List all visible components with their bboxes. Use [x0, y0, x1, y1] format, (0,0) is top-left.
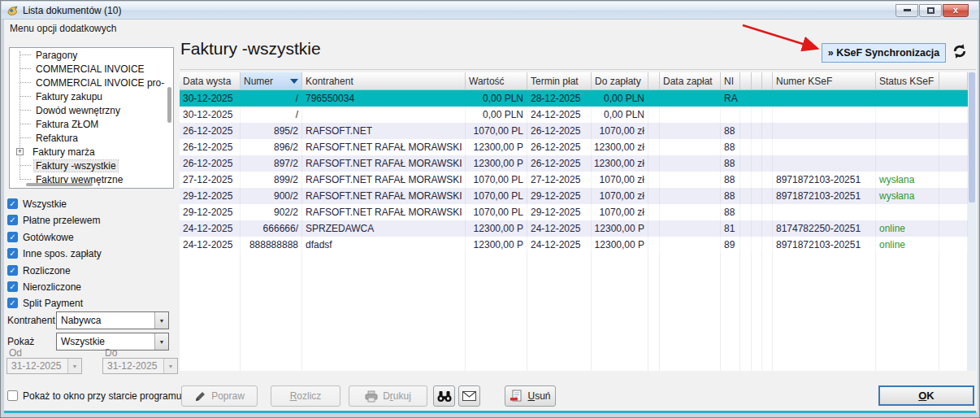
refresh-icon: [952, 43, 968, 63]
filter-checkbox-wszystkie[interactable]: ✓Wszystkie: [7, 197, 67, 211]
column-header-blank[interactable]: [648, 72, 660, 90]
table-row[interactable]: 24-12-2025888888888dfadsf12300,00 P24-12…: [180, 237, 968, 253]
table-cell: 26-12-2025: [180, 139, 241, 155]
tree-item-commercial-invoice-pro[interactable]: COMMERCIAL INVOICE pro-: [10, 76, 173, 89]
column-header-warto[interactable]: Wartość: [466, 72, 527, 90]
ok-button[interactable]: OK: [878, 385, 974, 406]
scrollbar-thumb[interactable]: [969, 72, 975, 202]
table-cell: 88: [721, 123, 740, 139]
column-header-blank[interactable]: [752, 72, 762, 90]
tree-item-commercial-invoice[interactable]: COMMERCIAL INVOICE: [10, 62, 173, 76]
tree-item-faktura-z-om[interactable]: Faktura ZŁOM: [10, 117, 173, 131]
table-row[interactable]: 29-12-2025902/2RAFSOFT.NET RAFAŁ MORAWSK…: [180, 204, 968, 220]
table-row[interactable]: 26-12-2025897/2RAFSOFT.NET RAFAŁ MORAWSK…: [180, 155, 968, 172]
column-header-numer-ksef[interactable]: Numer KSeF: [773, 72, 876, 90]
minimize-button[interactable]: [895, 4, 918, 17]
table-cell: [660, 172, 721, 188]
startup-checkbox[interactable]: Pokaż to okno przy starcie programu: [7, 389, 181, 403]
table-cell: [660, 90, 721, 107]
table-cell: 29-12-2025: [527, 204, 592, 220]
kontrahent-select[interactable]: Nabywca ▼: [56, 311, 169, 329]
column-header-ni[interactable]: NI: [721, 72, 740, 90]
table-cell: [773, 155, 876, 172]
table-row[interactable]: 29-12-2025900/2RAFSOFT.NET RAFAŁ MORAWSK…: [180, 188, 968, 204]
column-header-status-ksef[interactable]: Status KSeF: [876, 72, 939, 90]
tree-item-paragony[interactable]: Paragony: [10, 48, 173, 62]
column-header-termin-p-at[interactable]: Termin płat: [527, 72, 592, 90]
column-header-label: Numer: [244, 76, 273, 87]
table-cell: online: [876, 237, 939, 253]
filter-checkbox-nierozliczone[interactable]: ✓Nierozliczone: [7, 280, 81, 294]
filter-label: Nierozliczone: [23, 281, 81, 293]
column-header-numer[interactable]: Numer: [241, 72, 302, 90]
column-header-data-wysta[interactable]: Data wysta: [180, 72, 241, 90]
search-button[interactable]: [433, 385, 455, 407]
table-cell: 88: [721, 172, 740, 188]
tree-vertical-scrollbar[interactable]: [167, 87, 171, 123]
filter-checkbox-p-atne-przelewem[interactable]: ✓Płatne przelewem: [7, 213, 100, 227]
table-row[interactable]: 30-12-2025/7965500340,00 PLN28-12-20250,…: [180, 90, 968, 107]
tree-item-faktury-mar-a[interactable]: +Faktury marża: [10, 145, 173, 159]
table-cell: [762, 188, 773, 204]
column-header-blank[interactable]: [762, 72, 773, 90]
table-cell: 8971872103-20251: [773, 188, 876, 204]
column-header-label: Numer KSeF: [776, 76, 832, 87]
checkbox-icon: [7, 390, 18, 401]
table-cell: [762, 107, 773, 123]
filter-checkbox-got-wkowe[interactable]: ✓Gotówkowe: [7, 230, 74, 244]
tree-item-faktury-zakupu[interactable]: Faktury zakupu: [10, 89, 173, 103]
table-cell: [648, 237, 660, 253]
column-header-kontrahent[interactable]: Kontrahent: [302, 72, 466, 90]
ksef-sync-button[interactable]: » KSeF Synchronizacja: [822, 43, 946, 63]
usu-button[interactable]: Usuń: [505, 385, 556, 407]
expand-plus-icon[interactable]: +: [16, 148, 24, 155]
empty-column: [939, 253, 968, 371]
table-cell: 0,00 PLN: [592, 90, 648, 107]
table-cell: 88: [721, 204, 740, 220]
tree-connector: [20, 110, 31, 111]
table-cell: wysłana: [876, 172, 939, 188]
column-header-do-zap-aty[interactable]: Do zapłaty: [592, 72, 648, 90]
chevron-down-icon: ▼: [67, 359, 81, 373]
filter-checkbox-split-payment[interactable]: ✓Split Payment: [7, 296, 83, 310]
tree-item-faktury-wszystkie[interactable]: Faktury -wszystkie: [10, 159, 173, 172]
table-cell: [752, 172, 762, 188]
table-row[interactable]: 26-12-2025895/2RAFSOFT.NET1070,00 PL26-1…: [180, 123, 968, 139]
table-cell: [762, 155, 773, 172]
table-cell: /: [241, 90, 302, 107]
empty-column: [752, 253, 762, 371]
table-row[interactable]: 27-12-2025899/2RAFSOFT.NET RAFAŁ MORAWSK…: [180, 172, 968, 188]
table-cell: 12300,00 P: [466, 155, 527, 172]
tree-connector: [20, 82, 31, 83]
menu-item-additional-options[interactable]: Menu opcji dodatkowych: [4, 21, 122, 36]
table-cell: [762, 172, 773, 188]
window-title: Lista dokumentów (10): [23, 5, 121, 16]
kontrahent-label: Kontrahent: [7, 315, 55, 326]
drukuj-button: Drukuj: [349, 385, 427, 407]
table-row[interactable]: 30-12-2025/0,00 PLN24-12-20250,00 PLN: [180, 107, 968, 123]
column-header-blank[interactable]: [740, 72, 752, 90]
empty-column: [721, 253, 740, 371]
refresh-button[interactable]: [950, 43, 969, 63]
column-header-data-zap-at[interactable]: Data zapłat: [660, 72, 721, 90]
tree-item-refaktura[interactable]: Refaktura: [10, 131, 173, 145]
tree-item-dow-d-wewn-trzny[interactable]: Dowód wewnętrzny: [10, 103, 173, 117]
table-row[interactable]: 24-12-2025666666/SPRZEDAWCA12300,00 P24-…: [180, 220, 968, 237]
document-type-tree: ParagonyCOMMERCIAL INVOICECOMMERCIAL INV…: [9, 47, 174, 189]
filter-checkbox-inne-spos-zap-aty[interactable]: ✓Inne spos. zapłaty: [7, 246, 102, 260]
table-cell: 26-12-2025: [527, 139, 592, 155]
chevron-down-icon: ▼: [154, 312, 168, 329]
column-header-blank[interactable]: [939, 72, 968, 90]
table-cell: 29-12-2025: [527, 188, 592, 204]
email-button[interactable]: [458, 385, 480, 407]
maximize-button[interactable]: [919, 4, 942, 17]
tree-horizontal-scrollbar[interactable]: [26, 183, 93, 186]
filter-checkbox-rozliczone[interactable]: ✓Rozliczone: [7, 263, 71, 277]
table-row[interactable]: 26-12-2025896/2RAFSOFT.NET RAFAŁ MORAWSK…: [180, 139, 968, 155]
date-from-value: 31-12-2025: [7, 360, 67, 372]
table-cell: 897/2: [241, 155, 302, 172]
table-vertical-scrollbar[interactable]: [968, 72, 976, 371]
table-cell: [740, 155, 752, 172]
titlebar[interactable]: Lista dokumentów (10) x: [2, 2, 978, 20]
close-button[interactable]: x: [943, 4, 969, 17]
